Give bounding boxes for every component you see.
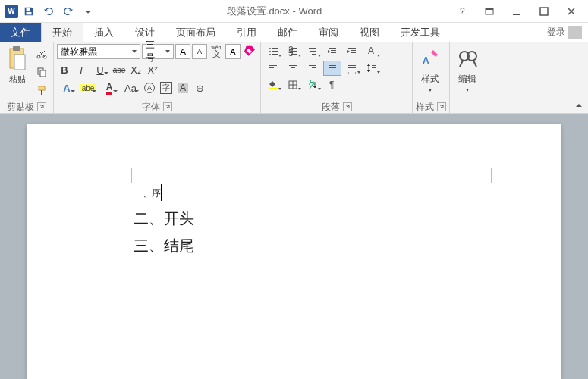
tab-home[interactable]: 开始 [41,23,83,42]
svg-rect-54 [348,70,356,70]
svg-rect-36 [351,50,356,51]
svg-rect-0 [27,8,30,11]
grow-font-button[interactable]: A [175,44,190,59]
cut-button[interactable] [33,45,50,62]
svg-rect-56 [372,67,376,68]
clear-format-button[interactable] [242,44,257,59]
tab-view[interactable]: 视图 [349,23,390,42]
svg-rect-38 [348,55,356,55]
svg-rect-55 [372,65,376,66]
svg-rect-17 [272,48,278,49]
tab-developer[interactable]: 开发工具 [390,23,451,42]
font-color-button[interactable]: A [99,80,119,96]
align-right-button[interactable] [303,61,322,76]
tab-insert[interactable]: 插入 [83,23,124,42]
svg-rect-41 [269,67,274,68]
tab-mail[interactable]: 邮件 [267,23,308,42]
text-effects-button[interactable]: A [57,80,77,96]
svg-rect-57 [372,70,376,70]
styles-button[interactable]: A 样式▾ [416,44,445,96]
tab-file[interactable]: 文件 [0,23,41,42]
doc-line-1[interactable]: 一、序 [134,177,470,205]
char-misc-button[interactable]: ⊕ [192,80,207,96]
editing-button[interactable]: 编辑▾ [453,44,482,96]
align-center-button[interactable] [284,61,302,76]
increase-indent-button[interactable] [343,44,361,59]
svg-rect-8 [13,46,20,51]
save-button[interactable] [20,2,38,20]
copy-button[interactable] [33,64,50,80]
svg-rect-21 [272,54,278,55]
sort-button[interactable]: AZ [303,77,322,92]
svg-point-20 [269,54,271,55]
group-editing: 编辑▾ [450,42,485,113]
superscript-button[interactable]: X² [145,62,160,77]
line-spacing-button[interactable] [363,61,381,76]
login-label: 登录 [547,26,565,39]
group-styles: A 样式▾ 样式 [413,42,450,113]
paste-button[interactable]: 粘贴 [3,44,32,85]
multilevel-list-button[interactable] [303,44,322,59]
align-distributed-button[interactable] [343,61,361,76]
svg-text:3: 3 [288,48,294,57]
numbering-button[interactable]: 123 [284,44,302,59]
minimize-button[interactable] [506,1,527,22]
styles-dialog-launcher[interactable] [437,102,446,111]
svg-rect-48 [309,70,316,70]
doc-line-3[interactable]: 三、结尾 [134,232,470,259]
qat-customize-button[interactable] [79,2,97,20]
char-border-button[interactable]: A [225,44,241,59]
subscript-button[interactable]: X₂ [128,62,143,77]
svg-rect-49 [329,65,336,66]
help-button[interactable]: ? [451,1,473,22]
highlight-button[interactable]: abe [78,80,98,96]
page[interactable]: 一、序 二、开头 三、结尾 [27,124,561,379]
svg-text:¶: ¶ [329,80,334,90]
doc-line-2[interactable]: 二、开头 [134,205,470,232]
undo-button[interactable] [39,2,58,20]
redo-button[interactable] [59,2,77,20]
show-marks-button[interactable]: ¶ [323,77,341,92]
word-app-icon: W [5,5,18,18]
svg-text:?: ? [460,7,465,16]
paragraph-dialog-launcher[interactable] [343,102,352,111]
asian-layout-button[interactable]: A [363,44,381,59]
maximize-button[interactable] [533,1,555,22]
font-name-select[interactable]: 微软雅黑 [57,44,140,59]
enclose-char-button[interactable]: A [142,80,157,96]
login-button[interactable]: 登录 [541,23,588,42]
bold-button[interactable]: B [57,62,72,77]
avatar-icon [568,26,582,39]
borders-button[interactable] [284,77,302,92]
bullets-button[interactable] [264,44,282,59]
svg-rect-35 [348,48,356,49]
tab-references[interactable]: 引用 [226,23,267,42]
svg-rect-46 [309,65,316,66]
svg-rect-42 [269,70,277,70]
phonetic-guide-button[interactable]: wén文 [209,44,224,59]
tab-layout[interactable]: 页面布局 [165,23,226,42]
clipboard-dialog-launcher[interactable] [37,102,46,111]
font-size-select[interactable]: 三号 [142,44,174,59]
shading-button[interactable] [264,77,282,92]
group-clipboard: 粘贴 剪贴板 [0,42,54,113]
change-case-button[interactable]: Aa [121,80,140,96]
char-shading-button[interactable]: 字 [159,80,174,96]
collapse-ribbon-button[interactable] [570,42,588,113]
svg-rect-9 [14,55,25,70]
shrink-font-button[interactable]: A [192,44,207,59]
char-shade-button[interactable]: A [175,80,190,96]
close-button[interactable] [561,1,582,22]
format-painter-button[interactable] [33,82,50,99]
margin-mark-tr [491,168,506,183]
tab-review[interactable]: 审阅 [308,23,349,42]
strikethrough-button[interactable]: abe [112,62,127,77]
align-left-button[interactable] [264,61,282,76]
align-justify-button[interactable] [323,61,341,76]
italic-button[interactable]: I [74,62,89,77]
decrease-indent-button[interactable] [323,44,341,59]
ribbon-display-button[interactable] [479,1,500,22]
font-dialog-launcher[interactable] [163,102,172,111]
document-area: 一、序 二、开头 三、结尾 [0,114,588,379]
underline-button[interactable]: U [90,62,110,77]
